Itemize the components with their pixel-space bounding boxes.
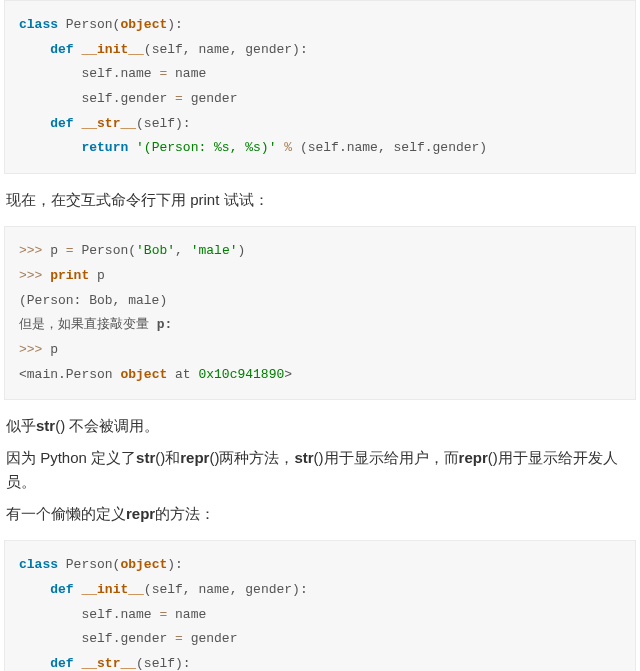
kw-return: return bbox=[81, 140, 128, 155]
txt: (self, name, gender): bbox=[144, 582, 308, 597]
txt: () 不会被调用。 bbox=[55, 417, 159, 434]
code-block-1: class Person(object): def __init__(self,… bbox=[4, 0, 636, 174]
txt: 有一个偷懒的定义 bbox=[6, 505, 126, 522]
bold-repr: repr bbox=[180, 449, 209, 466]
txt: ): bbox=[167, 557, 183, 572]
kw-object: object bbox=[120, 557, 167, 572]
txt: 似乎 bbox=[6, 417, 36, 434]
bold-str: str bbox=[36, 417, 55, 434]
txt: (self, name, gender): bbox=[144, 42, 308, 57]
note-var: p: bbox=[157, 317, 173, 332]
txt: name bbox=[167, 607, 206, 622]
fn-str: __str__ bbox=[81, 656, 136, 671]
txt: (self.name, self.gender) bbox=[292, 140, 487, 155]
txt: ) bbox=[237, 243, 245, 258]
paragraph-1: 现在，在交互式命令行下用 print 试试： bbox=[6, 188, 634, 212]
code-block-3: class Person(object): def __init__(self,… bbox=[4, 540, 636, 671]
kw-def: def bbox=[50, 582, 73, 597]
kw-class: class bbox=[19, 557, 58, 572]
txt: > bbox=[284, 367, 292, 382]
op-eq: = bbox=[175, 631, 183, 646]
prompt: >>> bbox=[19, 268, 42, 283]
str-lit: 'male' bbox=[191, 243, 238, 258]
prompt: >>> bbox=[19, 243, 42, 258]
txt: ): bbox=[167, 17, 183, 32]
txt: self.gender bbox=[81, 91, 175, 106]
op-eq: = bbox=[175, 91, 183, 106]
paragraph-4: 有一个偷懒的定义repr的方法： bbox=[6, 502, 634, 526]
fn-print: print bbox=[50, 268, 89, 283]
hex: 0x10c941890 bbox=[198, 367, 284, 382]
fn-init: __init__ bbox=[81, 582, 143, 597]
kw-object: object bbox=[120, 367, 167, 382]
output: (Person: Bob, male) bbox=[19, 293, 167, 308]
code-block-2: >>> p = Person('Bob', 'male') >>> print … bbox=[4, 226, 636, 400]
txt: p bbox=[89, 268, 105, 283]
op-pct: % bbox=[284, 140, 292, 155]
op-eq: = bbox=[66, 243, 74, 258]
txt: gender bbox=[183, 631, 238, 646]
str-lit: '(Person: %s, %s)' bbox=[136, 140, 276, 155]
bold-str: str bbox=[136, 449, 155, 466]
txt: (self): bbox=[136, 116, 191, 131]
txt bbox=[128, 140, 136, 155]
txt: (self): bbox=[136, 656, 191, 671]
txt: ()两种方法， bbox=[209, 449, 294, 466]
note: 但是，如果直接敲变量 bbox=[19, 317, 157, 332]
txt: 因为 Python 定义了 bbox=[6, 449, 136, 466]
bold-repr: repr bbox=[126, 505, 155, 522]
txt: self.name bbox=[81, 66, 159, 81]
fn-init: __init__ bbox=[81, 42, 143, 57]
txt: Person( bbox=[58, 17, 120, 32]
bold-repr: repr bbox=[459, 449, 488, 466]
kw-object: object bbox=[120, 17, 167, 32]
kw-def: def bbox=[50, 42, 73, 57]
fn-str: __str__ bbox=[81, 116, 136, 131]
prompt: >>> bbox=[19, 342, 42, 357]
str-lit: 'Bob' bbox=[136, 243, 175, 258]
kw-def: def bbox=[50, 656, 73, 671]
txt: Person( bbox=[58, 557, 120, 572]
txt: self.name bbox=[81, 607, 159, 622]
kw-class: class bbox=[19, 17, 58, 32]
kw-def: def bbox=[50, 116, 73, 131]
txt: ()用于显示给用户，而 bbox=[314, 449, 459, 466]
txt: p bbox=[42, 243, 65, 258]
txt: , bbox=[175, 243, 191, 258]
txt: at bbox=[167, 367, 198, 382]
txt: self.gender bbox=[81, 631, 175, 646]
paragraph-3: 因为 Python 定义了str()和repr()两种方法，str()用于显示给… bbox=[6, 446, 634, 494]
txt: name bbox=[167, 66, 206, 81]
txt: Person( bbox=[74, 243, 136, 258]
bold-str: str bbox=[294, 449, 313, 466]
txt: p bbox=[42, 342, 58, 357]
txt: gender bbox=[183, 91, 238, 106]
txt: <main.Person bbox=[19, 367, 120, 382]
txt: ()和 bbox=[155, 449, 180, 466]
txt: 的方法： bbox=[155, 505, 215, 522]
paragraph-2: 似乎str() 不会被调用。 bbox=[6, 414, 634, 438]
